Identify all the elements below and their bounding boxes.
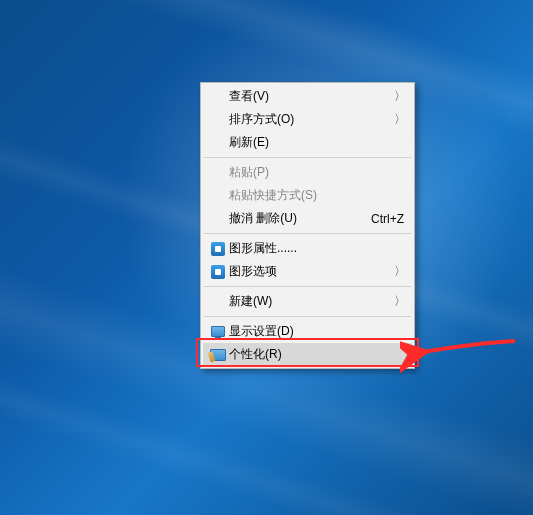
blank-icon bbox=[207, 187, 229, 205]
blank-icon bbox=[207, 111, 229, 129]
blank-icon bbox=[207, 164, 229, 182]
chevron-right-icon: 〉 bbox=[394, 88, 404, 105]
intel-graphics-icon bbox=[207, 240, 229, 258]
menu-item-graphics-options[interactable]: 图形选项 〉 bbox=[203, 260, 412, 283]
personalize-icon bbox=[207, 346, 229, 364]
menu-item-label: 个性化(R) bbox=[229, 346, 404, 363]
menu-separator bbox=[204, 157, 411, 158]
blank-icon bbox=[207, 210, 229, 228]
menu-separator bbox=[204, 286, 411, 287]
menu-item-label: 刷新(E) bbox=[229, 134, 404, 151]
menu-item-paste: 粘贴(P) bbox=[203, 161, 412, 184]
menu-item-label: 新建(W) bbox=[229, 293, 394, 310]
desktop-context-menu: 查看(V) 〉 排序方式(O) 〉 刷新(E) 粘贴(P) 粘贴快捷方式(S) … bbox=[200, 82, 415, 369]
menu-item-label: 粘贴快捷方式(S) bbox=[229, 187, 404, 204]
menu-item-label: 图形属性...... bbox=[229, 240, 404, 257]
menu-item-display-settings[interactable]: 显示设置(D) bbox=[203, 320, 412, 343]
menu-item-label: 粘贴(P) bbox=[229, 164, 404, 181]
blank-icon bbox=[207, 134, 229, 152]
menu-item-shortcut: Ctrl+Z bbox=[361, 212, 404, 226]
desktop-background[interactable]: 查看(V) 〉 排序方式(O) 〉 刷新(E) 粘贴(P) 粘贴快捷方式(S) … bbox=[0, 0, 533, 515]
annotation-arrow bbox=[400, 336, 520, 376]
menu-item-personalize[interactable]: 个性化(R) bbox=[203, 343, 412, 366]
menu-item-label: 排序方式(O) bbox=[229, 111, 394, 128]
menu-item-label: 查看(V) bbox=[229, 88, 394, 105]
menu-item-graphics-properties[interactable]: 图形属性...... bbox=[203, 237, 412, 260]
chevron-right-icon: 〉 bbox=[394, 111, 404, 128]
menu-item-label: 撤消 删除(U) bbox=[229, 210, 361, 227]
menu-item-undo[interactable]: 撤消 删除(U) Ctrl+Z bbox=[203, 207, 412, 230]
menu-item-label: 显示设置(D) bbox=[229, 323, 404, 340]
blank-icon bbox=[207, 88, 229, 106]
menu-item-label: 图形选项 bbox=[229, 263, 394, 280]
blank-icon bbox=[207, 293, 229, 311]
display-icon bbox=[207, 323, 229, 341]
chevron-right-icon: 〉 bbox=[394, 263, 404, 280]
menu-item-refresh[interactable]: 刷新(E) bbox=[203, 131, 412, 154]
menu-separator bbox=[204, 316, 411, 317]
intel-graphics-icon bbox=[207, 263, 229, 281]
menu-item-paste-shortcut: 粘贴快捷方式(S) bbox=[203, 184, 412, 207]
menu-item-new[interactable]: 新建(W) 〉 bbox=[203, 290, 412, 313]
menu-item-view[interactable]: 查看(V) 〉 bbox=[203, 85, 412, 108]
chevron-right-icon: 〉 bbox=[394, 293, 404, 310]
menu-item-sort[interactable]: 排序方式(O) 〉 bbox=[203, 108, 412, 131]
menu-separator bbox=[204, 233, 411, 234]
